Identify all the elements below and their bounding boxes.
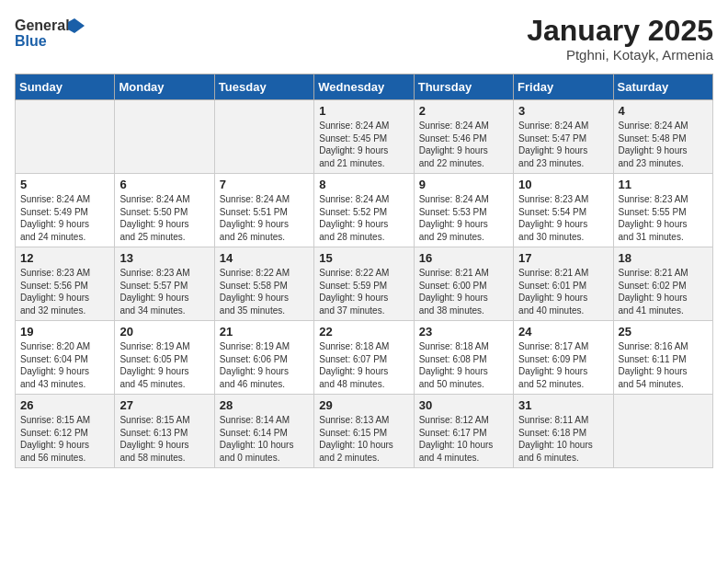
calendar-cell: 4Sunrise: 8:24 AM Sunset: 5:48 PM Daylig… [613,100,712,174]
calendar-cell: 25Sunrise: 8:16 AM Sunset: 6:11 PM Dayli… [613,321,712,395]
cell-info: Sunrise: 8:24 AM Sunset: 5:47 PM Dayligh… [518,120,608,169]
weekday-monday: Monday [115,75,214,100]
cell-info: Sunrise: 8:23 AM Sunset: 5:57 PM Dayligh… [119,267,209,316]
day-number: 22 [319,325,408,339]
calendar-subtitle: Ptghni, Kotayk, Armenia [527,47,713,63]
weekday-thursday: Thursday [414,75,513,100]
calendar-title: January 2025 [527,15,713,47]
svg-text:General: General [15,17,70,33]
day-number: 13 [119,251,209,265]
cell-info: Sunrise: 8:22 AM Sunset: 5:58 PM Dayligh… [220,267,309,316]
day-number: 19 [20,325,109,339]
calendar-cell: 27Sunrise: 8:15 AM Sunset: 6:13 PM Dayli… [115,395,214,468]
day-number: 14 [220,251,309,265]
cell-info: Sunrise: 8:24 AM Sunset: 5:49 PM Dayligh… [20,193,109,243]
day-number: 28 [220,398,309,412]
calendar-cell: 23Sunrise: 8:18 AM Sunset: 6:08 PM Dayli… [414,321,513,395]
calendar-cell: 24Sunrise: 8:17 AM Sunset: 6:09 PM Dayli… [514,321,613,395]
calendar-cell: 22Sunrise: 8:18 AM Sunset: 6:07 PM Dayli… [314,321,414,395]
calendar-cell: 12Sunrise: 8:23 AM Sunset: 5:56 PM Dayli… [16,247,115,321]
day-number: 18 [619,251,708,265]
day-number: 12 [20,251,109,265]
day-number: 27 [119,398,209,412]
calendar-cell: 10Sunrise: 8:23 AM Sunset: 5:54 PM Dayli… [514,174,613,247]
logo: GeneralBlue [15,15,88,52]
title-block: January 2025 Ptghni, Kotayk, Armenia [527,15,713,63]
cell-info: Sunrise: 8:21 AM Sunset: 6:02 PM Dayligh… [619,267,708,316]
calendar-cell: 20Sunrise: 8:19 AM Sunset: 6:05 PM Dayli… [115,321,214,395]
week-row-2: 5Sunrise: 8:24 AM Sunset: 5:49 PM Daylig… [16,174,713,247]
day-number: 30 [419,398,508,412]
calendar-cell: 28Sunrise: 8:14 AM Sunset: 6:14 PM Dayli… [214,395,313,468]
day-number: 25 [619,325,708,339]
day-number: 20 [119,325,209,339]
cell-info: Sunrise: 8:23 AM Sunset: 5:55 PM Dayligh… [619,193,708,243]
logo-svg: GeneralBlue [15,15,88,52]
week-row-5: 26Sunrise: 8:15 AM Sunset: 6:12 PM Dayli… [16,395,713,468]
day-number: 3 [518,104,608,118]
calendar-cell: 14Sunrise: 8:22 AM Sunset: 5:58 PM Dayli… [214,247,313,321]
day-number: 21 [220,325,309,339]
cell-info: Sunrise: 8:24 AM Sunset: 5:53 PM Dayligh… [419,193,508,243]
calendar-cell: 18Sunrise: 8:21 AM Sunset: 6:02 PM Dayli… [613,247,712,321]
cell-info: Sunrise: 8:18 AM Sunset: 6:07 PM Dayligh… [319,340,408,390]
cell-info: Sunrise: 8:21 AM Sunset: 6:00 PM Dayligh… [419,267,508,316]
cell-info: Sunrise: 8:24 AM Sunset: 5:46 PM Dayligh… [419,120,508,169]
cell-info: Sunrise: 8:15 AM Sunset: 6:12 PM Dayligh… [20,414,109,464]
cell-info: Sunrise: 8:24 AM Sunset: 5:52 PM Dayligh… [319,193,408,243]
calendar-table: SundayMondayTuesdayWednesdayThursdayFrid… [15,74,713,468]
weekday-sunday: Sunday [16,75,115,100]
calendar-cell: 17Sunrise: 8:21 AM Sunset: 6:01 PM Dayli… [514,247,613,321]
calendar-cell: 15Sunrise: 8:22 AM Sunset: 5:59 PM Dayli… [314,247,414,321]
calendar-cell [214,100,313,174]
day-number: 11 [619,178,708,191]
day-number: 26 [20,398,109,412]
calendar-cell: 3Sunrise: 8:24 AM Sunset: 5:47 PM Daylig… [514,100,613,174]
weekday-wednesday: Wednesday [314,75,414,100]
day-number: 15 [319,251,408,265]
cell-info: Sunrise: 8:24 AM Sunset: 5:51 PM Dayligh… [220,193,309,243]
cell-info: Sunrise: 8:21 AM Sunset: 6:01 PM Dayligh… [518,267,608,316]
calendar-cell: 1Sunrise: 8:24 AM Sunset: 5:45 PM Daylig… [314,100,414,174]
calendar-cell: 21Sunrise: 8:19 AM Sunset: 6:06 PM Dayli… [214,321,313,395]
calendar-cell: 16Sunrise: 8:21 AM Sunset: 6:00 PM Dayli… [414,247,513,321]
cell-info: Sunrise: 8:18 AM Sunset: 6:08 PM Dayligh… [419,340,508,390]
day-number: 24 [518,325,608,339]
calendar-cell: 6Sunrise: 8:24 AM Sunset: 5:50 PM Daylig… [115,174,214,247]
day-number: 9 [419,178,508,191]
day-number: 4 [619,104,708,118]
day-number: 17 [518,251,608,265]
weekday-friday: Friday [514,75,613,100]
cell-info: Sunrise: 8:13 AM Sunset: 6:15 PM Dayligh… [319,414,408,464]
calendar-cell: 31Sunrise: 8:11 AM Sunset: 6:18 PM Dayli… [514,395,613,468]
calendar-cell: 7Sunrise: 8:24 AM Sunset: 5:51 PM Daylig… [214,174,313,247]
calendar-cell: 26Sunrise: 8:15 AM Sunset: 6:12 PM Dayli… [16,395,115,468]
cell-info: Sunrise: 8:15 AM Sunset: 6:13 PM Dayligh… [119,414,209,464]
calendar-cell: 2Sunrise: 8:24 AM Sunset: 5:46 PM Daylig… [414,100,513,174]
day-number: 5 [20,178,109,191]
day-number: 7 [220,178,309,191]
day-number: 31 [518,398,608,412]
cell-info: Sunrise: 8:11 AM Sunset: 6:18 PM Dayligh… [518,414,608,464]
calendar-cell: 8Sunrise: 8:24 AM Sunset: 5:52 PM Daylig… [314,174,414,247]
cell-info: Sunrise: 8:24 AM Sunset: 5:45 PM Dayligh… [319,120,408,169]
calendar-cell: 5Sunrise: 8:24 AM Sunset: 5:49 PM Daylig… [16,174,115,247]
calendar-cell [16,100,115,174]
calendar-cell [115,100,214,174]
cell-info: Sunrise: 8:19 AM Sunset: 6:06 PM Dayligh… [220,340,309,390]
calendar-cell: 13Sunrise: 8:23 AM Sunset: 5:57 PM Dayli… [115,247,214,321]
calendar-body: 1Sunrise: 8:24 AM Sunset: 5:45 PM Daylig… [16,100,713,468]
day-number: 6 [119,178,209,191]
cell-info: Sunrise: 8:24 AM Sunset: 5:48 PM Dayligh… [619,120,708,169]
day-number: 16 [419,251,508,265]
calendar-cell: 9Sunrise: 8:24 AM Sunset: 5:53 PM Daylig… [414,174,513,247]
day-number: 1 [319,104,408,118]
calendar-cell: 30Sunrise: 8:12 AM Sunset: 6:17 PM Dayli… [414,395,513,468]
weekday-tuesday: Tuesday [214,75,313,100]
weekday-saturday: Saturday [613,75,712,100]
day-number: 29 [319,398,408,412]
cell-info: Sunrise: 8:16 AM Sunset: 6:11 PM Dayligh… [619,340,708,390]
weekday-header-row: SundayMondayTuesdayWednesdayThursdayFrid… [16,75,713,100]
cell-info: Sunrise: 8:14 AM Sunset: 6:14 PM Dayligh… [220,414,309,464]
calendar-cell [613,395,712,468]
